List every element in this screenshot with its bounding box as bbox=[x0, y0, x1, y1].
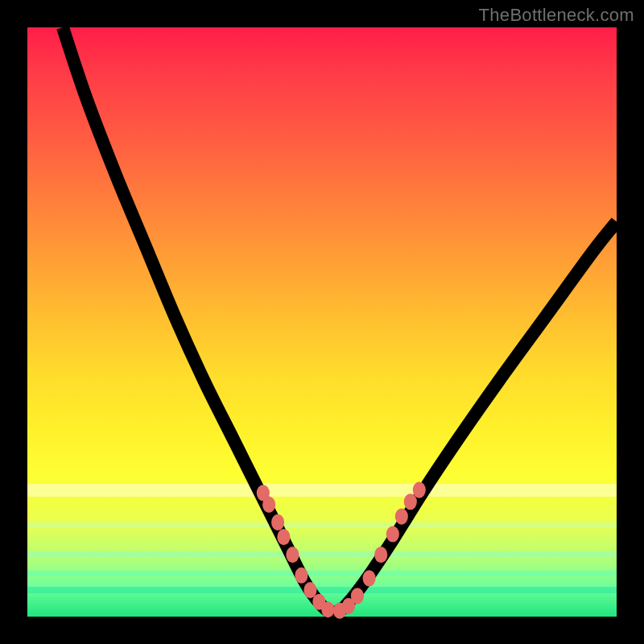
highlight-bead bbox=[303, 582, 316, 598]
highlight-bead bbox=[386, 526, 399, 542]
highlight-bead bbox=[404, 493, 417, 510]
highlight-bead bbox=[262, 497, 275, 513]
highlight-bead bbox=[413, 482, 426, 498]
highlight-bead bbox=[295, 568, 308, 584]
highlight-bead bbox=[277, 529, 290, 545]
highlight-bead bbox=[363, 570, 376, 586]
chart-frame: TheBottleneck.com bbox=[0, 0, 644, 644]
bottleneck-curve bbox=[63, 27, 617, 613]
highlight-bead bbox=[351, 588, 364, 604]
highlight-bead bbox=[271, 514, 284, 530]
highlight-bead bbox=[321, 601, 334, 617]
curve-overlay bbox=[27, 27, 617, 617]
attribution-label: TheBottleneck.com bbox=[479, 5, 634, 26]
highlight-bead bbox=[395, 508, 408, 524]
highlight-bead bbox=[374, 547, 387, 563]
highlight-bead bbox=[286, 547, 299, 563]
